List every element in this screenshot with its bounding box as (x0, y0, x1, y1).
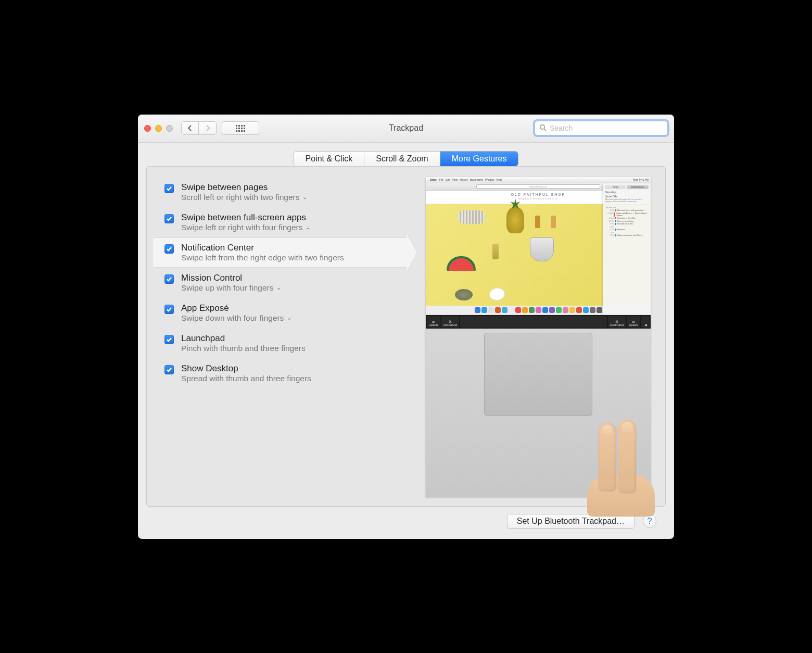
zoom-window-button[interactable] (166, 125, 173, 132)
nc-event-bar (615, 217, 616, 219)
check-icon (166, 216, 172, 222)
towels-icon (458, 210, 485, 224)
preview-menubar: Safari File Edit View History Bookmarks … (426, 177, 651, 183)
dock-app-icon (542, 307, 548, 313)
checkbox[interactable] (164, 365, 174, 374)
option-launchpad: Launchpad Pinch with thumb and three fin… (153, 328, 407, 358)
option-text: Swipe between pages Scroll left or right… (181, 182, 307, 202)
option-show-desktop: Show Desktop Spread with thumb and three… (153, 358, 407, 388)
grid-icon (236, 125, 245, 132)
option-desc-dropdown[interactable]: Swipe up with four fingers ⌄ (181, 283, 281, 293)
checkbox[interactable] (164, 335, 174, 344)
option-desc: Swipe left from the right edge with two … (181, 253, 344, 262)
option-desc-label: Pinch with thumb and three fingers (181, 344, 306, 353)
nc-event-label: Video conference with China (617, 234, 642, 236)
option-desc-label: Swipe left from the right edge with two … (181, 253, 344, 262)
nc-event-time: 2 PM (605, 226, 614, 228)
preview-keyboard-row: alt option ⌘ command ⌘ command (426, 315, 651, 329)
nc-event: 5 PMVideo conference with China (605, 234, 649, 236)
search-field-container[interactable] (535, 121, 668, 135)
search-input[interactable] (550, 124, 663, 132)
bottle-icon (535, 216, 540, 228)
option-title: Swipe between full-screen apps (181, 212, 310, 223)
nc-summary: "Meet and greet with production" is curr… (605, 198, 649, 203)
preview-notification-center: Today Notifications Monday, June 5th "Me… (603, 183, 651, 315)
option-desc-dropdown[interactable]: Scroll left or right with two fingers ⌄ (181, 193, 307, 202)
nc-event-label: Freedom (617, 229, 625, 231)
preview-hand (577, 402, 655, 501)
option-desc-label: Swipe up with four fingers (181, 283, 273, 293)
nc-event: 1 PMPossible walk-thru (605, 223, 649, 225)
key-arrow: ◀ (641, 316, 650, 328)
option-text: App Exposé Swipe down with four fingers … (181, 303, 291, 323)
preview-laptop-body: alt option ⌘ command ⌘ command (426, 315, 651, 497)
help-button[interactable]: ? (643, 514, 656, 528)
preview-trackpad (484, 333, 592, 416)
option-desc-label: Swipe left or right with four fingers (181, 223, 302, 232)
option-title: Mission Control (181, 273, 281, 283)
nc-date: Monday, (605, 191, 649, 194)
nc-event-bar (615, 232, 616, 234)
close-window-button[interactable] (144, 125, 151, 132)
minimize-window-button[interactable] (155, 125, 162, 132)
bottle-icon (551, 216, 556, 228)
setup-bluetooth-trackpad-button[interactable]: Set Up Bluetooth Trackpad… (507, 514, 635, 529)
menu-item: Bookmarks (470, 178, 483, 181)
chevron-down-icon: ⌄ (302, 194, 307, 200)
dock-app-icon (549, 307, 555, 313)
nc-event-label: Regroup — the office (617, 217, 636, 219)
tab-more-gestures[interactable]: More Gestures (440, 152, 518, 166)
nc-event-bar (614, 212, 614, 217)
option-text: Notification Center Swipe left from the … (181, 243, 344, 262)
forward-button[interactable] (199, 121, 217, 135)
option-text: Launchpad Pinch with thumb and three fin… (181, 333, 306, 353)
checkbox[interactable] (164, 184, 174, 193)
check-icon (166, 367, 172, 373)
pineapple-icon (506, 207, 524, 233)
bucket-icon (530, 237, 554, 261)
tabs-row: Point & Click Scroll & Zoom More Gesture… (146, 151, 666, 167)
option-mission-control: Mission Control Swipe up with four finge… (153, 268, 407, 298)
dock-app-icon (488, 307, 494, 313)
option-swipe-fullscreen-apps: Swipe between full-screen apps Swipe lef… (153, 207, 407, 237)
nc-event-bar (615, 226, 616, 228)
nc-event-label: Coffee with Allison — Blue Coffee & Chee… (616, 212, 649, 217)
menu-item: Window (485, 178, 494, 181)
preview-url: oldfaithfulshop.com (476, 184, 600, 189)
option-desc-dropdown[interactable]: Swipe left or right with four fingers ⌄ (181, 223, 310, 232)
check-icon (166, 306, 172, 312)
key-label: ⌘ (615, 320, 618, 323)
nc-event-time: 9 AM (605, 209, 614, 211)
tab-scroll-and-zoom[interactable]: Scroll & Zoom (364, 152, 440, 166)
checkbox[interactable] (164, 274, 174, 284)
dock-app-icon (597, 307, 602, 313)
dock-app-icon (556, 307, 562, 313)
dock-app-icon (583, 307, 589, 313)
chevron-down-icon: ⌄ (306, 224, 310, 231)
checkbox[interactable] (164, 244, 174, 254)
nc-tab-notifications: Notifications (627, 185, 649, 189)
option-desc: Spread with thumb and three fingers (181, 374, 311, 383)
dock-app-icon (529, 307, 535, 313)
nc-event-time: 5 PM (605, 234, 614, 236)
key-option-right: alt option (627, 316, 640, 328)
tab-point-and-click[interactable]: Point & Click (294, 152, 365, 166)
checkbox[interactable] (164, 305, 174, 314)
preview-app-name: Safari (430, 178, 437, 181)
option-desc: Pinch with thumb and three fingers (181, 344, 306, 353)
nc-section-calendar: CALENDAR (605, 205, 649, 209)
back-button[interactable] (181, 121, 199, 135)
preview-screen: Safari File Edit View History Bookmarks … (426, 177, 651, 315)
dock-app-icon (576, 307, 582, 313)
dock-app-icon (475, 307, 480, 313)
nc-event-time: 1 PM (605, 223, 614, 225)
show-all-button[interactable] (222, 121, 259, 135)
nc-event: 3 PMFreedom (605, 229, 649, 231)
checkbox[interactable] (164, 214, 174, 223)
nc-event-label: Possible walk-thru (617, 223, 633, 225)
settings-panel: Swipe between pages Scroll left or right… (146, 166, 666, 507)
tabs: Point & Click Scroll & Zoom More Gesture… (294, 151, 519, 167)
option-desc-dropdown[interactable]: Swipe down with four fingers ⌄ (181, 313, 291, 323)
clock: Mon 9:41 AM (633, 178, 649, 181)
nc-event-time: 3 PM (605, 229, 614, 231)
